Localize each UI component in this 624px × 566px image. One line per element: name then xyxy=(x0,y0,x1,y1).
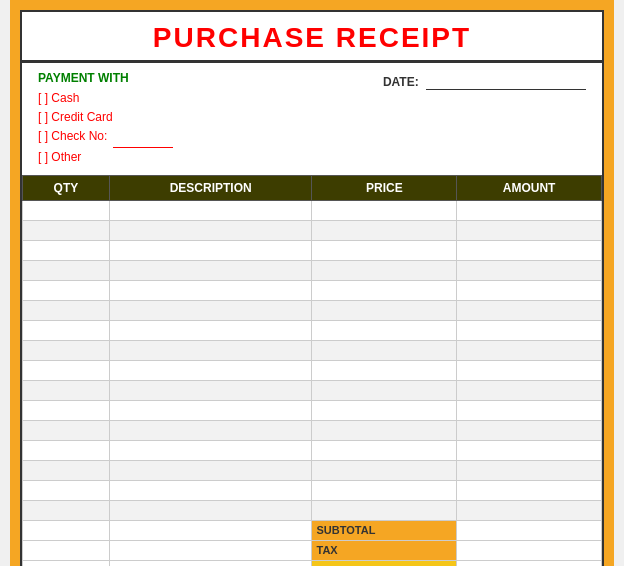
page-title: PURCHASE RECEIPT xyxy=(153,22,471,53)
payment-with-label: PAYMENT WITH xyxy=(38,71,173,85)
table-cell[interactable] xyxy=(109,500,312,520)
items-table: QTY DESCRIPTION PRICE AMOUNT xyxy=(22,175,602,566)
subtotal-value[interactable] xyxy=(457,520,602,540)
table-cell[interactable] xyxy=(23,400,110,420)
table-cell[interactable] xyxy=(312,240,457,260)
table-row xyxy=(23,220,602,240)
table-cell[interactable] xyxy=(109,260,312,280)
table-cell[interactable] xyxy=(312,300,457,320)
tax-empty-qty xyxy=(23,540,110,560)
outer-border: PURCHASE RECEIPT PAYMENT WITH [ ] Cash [… xyxy=(10,0,614,566)
table-cell[interactable] xyxy=(457,260,602,280)
table-row xyxy=(23,400,602,420)
total-row: TOTAL xyxy=(23,560,602,566)
table-cell[interactable] xyxy=(109,420,312,440)
table-cell[interactable] xyxy=(457,360,602,380)
table-cell[interactable] xyxy=(23,280,110,300)
table-cell[interactable] xyxy=(457,500,602,520)
check-number-field[interactable] xyxy=(113,127,173,147)
table-cell[interactable] xyxy=(109,220,312,240)
table-cell[interactable] xyxy=(23,340,110,360)
tax-value[interactable] xyxy=(457,540,602,560)
subtotal-row: SUBTOTAL xyxy=(23,520,602,540)
table-cell[interactable] xyxy=(23,420,110,440)
header-price: PRICE xyxy=(312,175,457,200)
table-cell[interactable] xyxy=(457,220,602,240)
table-cell[interactable] xyxy=(109,200,312,220)
table-cell[interactable] xyxy=(23,440,110,460)
table-cell[interactable] xyxy=(23,320,110,340)
table-cell[interactable] xyxy=(109,360,312,380)
table-cell[interactable] xyxy=(109,300,312,320)
table-cell[interactable] xyxy=(23,480,110,500)
table-row xyxy=(23,460,602,480)
payment-option-other: [ ] Other xyxy=(38,148,173,167)
table-cell[interactable] xyxy=(457,320,602,340)
table-row xyxy=(23,320,602,340)
table-row xyxy=(23,200,602,220)
table-cell[interactable] xyxy=(312,440,457,460)
table-cell[interactable] xyxy=(109,440,312,460)
table-cell[interactable] xyxy=(312,200,457,220)
table-cell[interactable] xyxy=(312,260,457,280)
table-cell[interactable] xyxy=(312,220,457,240)
tax-row: TAX xyxy=(23,540,602,560)
total-value[interactable] xyxy=(457,560,602,566)
table-cell[interactable] xyxy=(23,200,110,220)
table-row xyxy=(23,380,602,400)
table-cell[interactable] xyxy=(312,340,457,360)
payment-option-cash: [ ] Cash xyxy=(38,89,173,108)
table-cell[interactable] xyxy=(109,400,312,420)
table-cell[interactable] xyxy=(457,440,602,460)
table-cell[interactable] xyxy=(109,340,312,360)
total-empty-qty xyxy=(23,560,110,566)
table-cell[interactable] xyxy=(23,220,110,240)
table-cell[interactable] xyxy=(312,360,457,380)
table-cell[interactable] xyxy=(312,400,457,420)
table-cell[interactable] xyxy=(23,240,110,260)
table-cell[interactable] xyxy=(109,320,312,340)
table-cell[interactable] xyxy=(23,300,110,320)
table-row xyxy=(23,280,602,300)
table-cell[interactable] xyxy=(312,280,457,300)
table-cell[interactable] xyxy=(312,460,457,480)
table-cell[interactable] xyxy=(457,240,602,260)
table-cell[interactable] xyxy=(23,500,110,520)
table-cell[interactable] xyxy=(109,240,312,260)
table-row xyxy=(23,480,602,500)
table-cell[interactable] xyxy=(457,400,602,420)
table-cell[interactable] xyxy=(109,380,312,400)
header-amount: AMOUNT xyxy=(457,175,602,200)
table-cell[interactable] xyxy=(23,260,110,280)
table-row xyxy=(23,360,602,380)
table-cell[interactable] xyxy=(312,380,457,400)
total-label: TOTAL xyxy=(312,560,457,566)
table-cell[interactable] xyxy=(457,200,602,220)
tax-empty-desc xyxy=(109,540,312,560)
date-field[interactable] xyxy=(426,75,586,90)
table-cell[interactable] xyxy=(23,360,110,380)
table-cell[interactable] xyxy=(109,280,312,300)
table-cell[interactable] xyxy=(109,460,312,480)
table-cell[interactable] xyxy=(23,460,110,480)
table-cell[interactable] xyxy=(312,500,457,520)
table-cell[interactable] xyxy=(312,320,457,340)
table-cell[interactable] xyxy=(457,340,602,360)
receipt-container: PURCHASE RECEIPT PAYMENT WITH [ ] Cash [… xyxy=(20,10,604,566)
table-cell[interactable] xyxy=(109,480,312,500)
table-cell[interactable] xyxy=(23,380,110,400)
table-cell[interactable] xyxy=(457,280,602,300)
table-cell[interactable] xyxy=(457,420,602,440)
table-row xyxy=(23,420,602,440)
subtotal-empty-qty xyxy=(23,520,110,540)
table-header-row: QTY DESCRIPTION PRICE AMOUNT xyxy=(23,175,602,200)
title-bar: PURCHASE RECEIPT xyxy=(22,12,602,63)
table-cell[interactable] xyxy=(312,420,457,440)
table-cell[interactable] xyxy=(457,300,602,320)
payment-options: PAYMENT WITH [ ] Cash [ ] Credit Card [ … xyxy=(38,71,173,167)
table-cell[interactable] xyxy=(457,480,602,500)
table-cell[interactable] xyxy=(457,380,602,400)
payment-option-check: [ ] Check No: xyxy=(38,127,173,147)
table-cell[interactable] xyxy=(312,480,457,500)
table-cell[interactable] xyxy=(457,460,602,480)
